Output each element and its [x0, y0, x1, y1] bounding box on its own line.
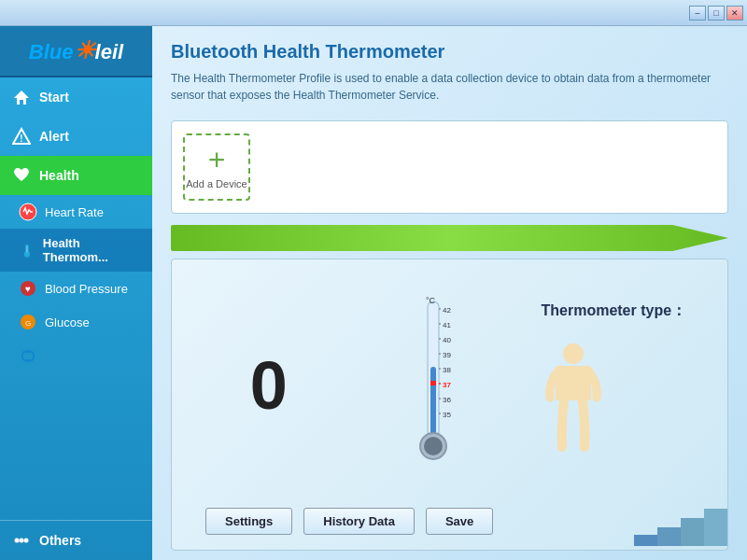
logo-area: Blue☀leil: [0, 26, 152, 77]
sidebar-item-health-therm[interactable]: Health Thermom...: [0, 229, 152, 272]
svg-point-15: [20, 539, 24, 543]
thermometer-area: 0 42 41 40: [187, 274, 712, 497]
device-panel: + Add a Device: [171, 120, 728, 214]
add-device-button[interactable]: + Add a Device: [183, 133, 250, 201]
svg-rect-11: [22, 352, 34, 360]
svg-rect-13: [25, 360, 31, 362]
sidebar-item-start[interactable]: Start: [0, 77, 152, 117]
sidebar-label-health: Health: [39, 168, 79, 183]
svg-rect-12: [25, 350, 31, 352]
sidebar-item-watch[interactable]: [0, 339, 152, 372]
blood-pressure-icon: ♥: [19, 279, 37, 298]
sidebar-label-others: Others: [39, 533, 81, 548]
svg-text:40: 40: [443, 336, 451, 344]
sidebar-label-heart-rate: Heart Rate: [45, 205, 104, 219]
page-title: Bluetooth Health Thermometer: [171, 41, 728, 63]
heart-rate-icon: [19, 203, 37, 221]
sidebar-item-health[interactable]: Health: [0, 156, 152, 195]
svg-text:39: 39: [443, 351, 451, 359]
sidebar-label-blood-pressure: Blood Pressure: [45, 282, 128, 296]
svg-rect-42: [657, 527, 681, 546]
svg-rect-43: [634, 535, 657, 546]
thermometer-visual: 42 41 40 39 38 37 36 35: [405, 292, 461, 479]
svg-text:42: 42: [443, 306, 451, 315]
thermometer-type-label: Thermometer type：: [541, 301, 686, 321]
svg-text:36: 36: [443, 396, 451, 404]
thermometer-panel: 0 42 41 40: [171, 259, 728, 551]
svg-rect-19: [430, 381, 436, 385]
sidebar-label-start: Start: [39, 90, 69, 105]
svg-text:♥: ♥: [25, 284, 31, 294]
others-icon: [11, 530, 32, 551]
title-bar: – □ ✕: [0, 0, 747, 26]
svg-point-39: [563, 343, 584, 364]
sidebar-item-blood-pressure[interactable]: ♥ Blood Pressure: [0, 272, 152, 305]
content-area: Bluetooth Health Thermometer The Health …: [152, 26, 747, 560]
svg-point-14: [15, 539, 20, 543]
sidebar-label-alert: Alert: [39, 129, 69, 144]
svg-text:35: 35: [443, 411, 451, 419]
watch-icon: [19, 346, 37, 365]
title-bar-buttons[interactable]: – □ ✕: [689, 6, 747, 21]
sidebar-label-health-therm: Health Thermom...: [43, 236, 137, 264]
sidebar-item-alert[interactable]: ! Alert: [0, 117, 152, 156]
minimize-button[interactable]: –: [689, 6, 706, 21]
svg-text:°C: °C: [426, 296, 436, 305]
plus-icon: +: [208, 145, 226, 175]
sidebar-label-glucose: Glucose: [45, 315, 90, 329]
page-description: The Health Thermometer Profile is used t…: [171, 70, 728, 104]
maximize-button[interactable]: □: [708, 6, 725, 21]
save-button[interactable]: Save: [426, 508, 493, 535]
svg-text:!: !: [20, 133, 22, 144]
stair-svg: [634, 453, 727, 546]
glucose-icon: G: [19, 313, 37, 331]
svg-marker-0: [14, 91, 29, 105]
add-device-label: Add a Device: [186, 178, 247, 189]
content-header: Bluetooth Health Thermometer The Health …: [152, 26, 747, 113]
svg-text:G: G: [25, 319, 31, 328]
stair-decoration: [634, 453, 727, 550]
temperature-value: 0: [213, 347, 325, 424]
history-data-button[interactable]: History Data: [303, 508, 415, 535]
thermo-right: Thermometer type：: [541, 301, 686, 470]
logo: Blue☀leil: [29, 36, 123, 65]
svg-rect-6: [26, 246, 27, 253]
thermometer-svg: 42 41 40 39 38 37 36 35: [405, 292, 461, 479]
close-button[interactable]: ✕: [726, 6, 743, 21]
svg-rect-40: [704, 509, 727, 546]
sidebar-bottom: Others: [0, 520, 152, 560]
sidebar-item-glucose[interactable]: G Glucose: [0, 305, 152, 339]
svg-text:37: 37: [443, 381, 451, 389]
svg-text:41: 41: [443, 321, 451, 329]
heart-icon: [11, 165, 32, 186]
svg-rect-18: [430, 367, 436, 437]
sidebar: Blue☀leil Start ! Alert Health: [0, 26, 152, 560]
svg-point-16: [24, 539, 29, 543]
home-icon: [11, 87, 32, 107]
thermometer-icon: [19, 241, 35, 259]
settings-button[interactable]: Settings: [205, 508, 292, 535]
green-ribbon: [171, 225, 728, 251]
alert-icon: !: [11, 126, 32, 147]
body-silhouette: [541, 340, 606, 470]
main-layout: Blue☀leil Start ! Alert Health: [0, 26, 747, 560]
svg-point-38: [424, 437, 443, 455]
svg-text:38: 38: [443, 366, 451, 374]
sidebar-item-others[interactable]: Others: [0, 521, 152, 560]
sidebar-item-heart-rate[interactable]: Heart Rate: [0, 195, 152, 229]
svg-rect-41: [681, 518, 704, 546]
